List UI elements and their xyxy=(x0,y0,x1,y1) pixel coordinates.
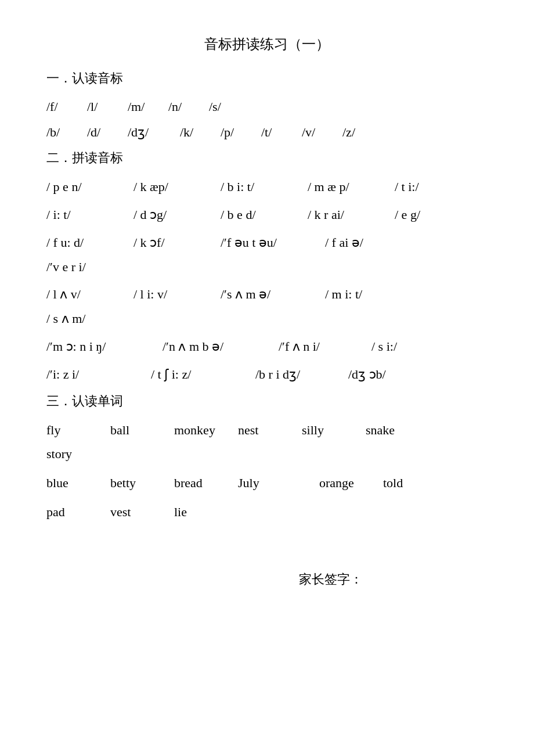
blend-chiiz: / t ʃ i: z/ xyxy=(151,362,255,387)
blend-biit: / b i: t/ xyxy=(221,175,308,199)
word-betty: betty xyxy=(110,471,174,495)
word-orange: orange xyxy=(319,471,383,495)
blend-bridz: /b r i dʒ/ xyxy=(255,362,348,387)
blend-sii: / s i:/ xyxy=(371,334,459,359)
phoneme-l: /l/ xyxy=(87,95,128,118)
blend-veri: /′v e r i/ xyxy=(46,255,134,279)
blend-fani: /′f ʌ n i/ xyxy=(279,334,371,359)
section3-title: 三．认读单词 xyxy=(46,393,488,410)
phoneme-s: /s/ xyxy=(209,95,250,118)
blend-row-3: / f u: d/ / k ɔf/ /′f əu t əu/ / f ai ə/… xyxy=(46,231,488,279)
blend-morning: /′m ɔ: n i ŋ/ xyxy=(46,334,163,359)
blend-row-5: /′m ɔ: n i ŋ/ /′n ʌ m b ə/ /′f ʌ n i/ / … xyxy=(46,334,488,359)
phoneme-m: /m/ xyxy=(128,95,168,118)
blend-tii: / t i:/ xyxy=(395,175,482,199)
word-monkey: monkey xyxy=(174,418,238,442)
phoneme-f: /f/ xyxy=(46,95,87,118)
blend-row-2: / i: t/ / d ɔg/ / b e d/ / k r ai/ / e g… xyxy=(46,203,488,227)
blend-dog: / d ɔg/ xyxy=(134,203,221,227)
section-2: 二．拼读音标 / p e n/ / k æp/ / b i: t/ / m æ … xyxy=(46,149,488,386)
blend-iizi: /′i: z i/ xyxy=(46,362,151,387)
word-bread: bread xyxy=(174,471,238,495)
blend-namba: /′n ʌ m b ə/ xyxy=(163,334,279,359)
phoneme-row-2: /b/ /d/ /dʒ/ /k/ /p/ /t/ /v/ /z/ xyxy=(46,121,488,144)
phoneme-v: /v/ xyxy=(302,121,342,144)
word-vest: vest xyxy=(110,500,174,524)
blend-bed: / b e d/ xyxy=(221,203,308,227)
phoneme-row-1: /f/ /l/ /m/ /n/ /s/ xyxy=(46,95,488,118)
phoneme-z: /z/ xyxy=(342,121,383,144)
word-silly: silly xyxy=(302,418,366,442)
phoneme-d: /d/ xyxy=(87,121,128,144)
blend-faia: / f ai ə/ xyxy=(325,231,412,255)
blend-row-4: / l ʌ v/ / l i: v/ /′s ʌ m ə/ / m i: t/ … xyxy=(46,282,488,331)
section-3: 三．认读单词 fly ball monkey nest silly snake … xyxy=(46,393,488,524)
blend-kof: / k ɔf/ xyxy=(134,231,221,255)
word-row-1: fly ball monkey nest silly snake story xyxy=(46,418,488,467)
word-told: told xyxy=(383,471,447,495)
blend-foutou: /′f əu t əu/ xyxy=(221,231,325,255)
word-story: story xyxy=(46,442,110,466)
blend-eg: / e g/ xyxy=(395,203,482,227)
phoneme-t: /t/ xyxy=(261,121,302,144)
section2-title: 二．拼读音标 xyxy=(46,149,488,167)
blend-sama: /′s ʌ m ə/ xyxy=(221,282,325,307)
blend-dzob: /dʒ ɔb/ xyxy=(348,362,435,387)
word-blue: blue xyxy=(46,471,110,495)
page-title: 音标拼读练习（一） xyxy=(46,35,488,53)
signature-label: 家长签字： xyxy=(299,572,363,586)
blend-row-1: / p e n/ / k æp/ / b i: t/ / m æ p/ / t … xyxy=(46,175,488,199)
word-fly: fly xyxy=(46,418,110,442)
word-pad: pad xyxy=(46,500,110,524)
blend-sam: / s ʌ m/ xyxy=(46,307,134,331)
word-lie: lie xyxy=(174,500,238,524)
blend-fuud: / f u: d/ xyxy=(46,231,134,255)
phoneme-p: /p/ xyxy=(221,121,261,144)
word-snake: snake xyxy=(366,418,430,442)
word-row-3: pad vest lie xyxy=(46,500,488,524)
blend-kaep: / k æp/ xyxy=(134,175,221,199)
word-nest: nest xyxy=(238,418,302,442)
blend-liiv: / l i: v/ xyxy=(134,282,221,307)
blend-lav: / l ʌ v/ xyxy=(46,282,134,307)
word-ball: ball xyxy=(110,418,174,442)
blend-row-6: /′i: z i/ / t ʃ i: z/ /b r i dʒ/ /dʒ ɔb/ xyxy=(46,362,488,387)
blend-maep: / m æ p/ xyxy=(308,175,395,199)
phoneme-b: /b/ xyxy=(46,121,87,144)
word-july: July xyxy=(238,471,319,495)
word-row-2: blue betty bread July orange told xyxy=(46,471,488,495)
blend-krai: / k r ai/ xyxy=(308,203,395,227)
phoneme-dz: /dʒ/ xyxy=(128,121,180,144)
section1-title: 一．认读音标 xyxy=(46,70,488,87)
phoneme-n: /n/ xyxy=(168,95,209,118)
signature-area: 家长签字： xyxy=(174,571,488,588)
phoneme-k: /k/ xyxy=(180,121,221,144)
blend-miit: / m i: t/ xyxy=(325,282,412,307)
blend-pen: / p e n/ xyxy=(46,175,134,199)
blend-iit: / i: t/ xyxy=(46,203,134,227)
section-1: 一．认读音标 /f/ /l/ /m/ /n/ /s/ /b/ /d/ /dʒ/ … xyxy=(46,70,488,143)
